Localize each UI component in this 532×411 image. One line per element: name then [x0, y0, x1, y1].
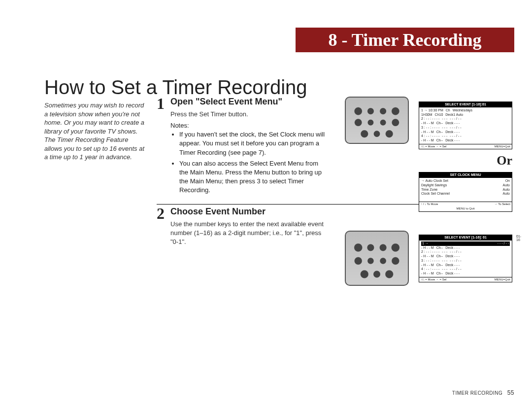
- cell: - - - / - -: [450, 267, 461, 272]
- screen-header: SET CLOCK MENU: [419, 172, 512, 178]
- cell: Ch--: [436, 272, 443, 276]
- remote-2-holder: [345, 231, 409, 289]
- screen-footer2: MENU to Quit: [419, 206, 512, 211]
- footer-section: TIMER RECORDING: [452, 390, 503, 396]
- screens-step2: 01-16 SELECT EVENT [1-16]: 01 1 →- - - /…: [419, 235, 512, 284]
- cell: - - -: [442, 259, 447, 263]
- cell: Ch--: [436, 138, 443, 143]
- screen-set-clock: SET CLOCK MENU → Auto Clock SetOn Daylig…: [419, 172, 512, 212]
- cell: - - -: [442, 267, 447, 272]
- screen-footer: ↑/↓ = Move → = Sel MENU=Quit: [419, 277, 512, 282]
- footer-center: MENU to Quit: [456, 207, 474, 211]
- cell: 3 : - - : - - - -: [421, 259, 439, 263]
- cell: Auto: [503, 183, 510, 188]
- notes-list: If you haven't set the clock, the Set Cl…: [170, 130, 328, 195]
- cell: - H - - M: [421, 130, 434, 135]
- cell: - H - - M: [421, 254, 434, 259]
- notes-label: Notes:: [170, 122, 328, 129]
- screen-header: SELECT EVENT [1-16]:01: [419, 102, 512, 107]
- screen-footer: ↑ / ↓ To Move → To Select: [419, 202, 512, 207]
- cell: - H - - M: [421, 263, 434, 268]
- step-title: Choose Event Number: [170, 206, 328, 217]
- cell: Auto: [503, 192, 510, 196]
- step-number: 1: [157, 96, 170, 111]
- cell: 2 : - - : - - - -: [421, 250, 439, 254]
- cell: Ch10: [435, 113, 443, 117]
- remote-illustration: [345, 97, 409, 144]
- cell: Ch: [446, 108, 450, 113]
- cell: On: [505, 179, 510, 183]
- page-title: How to Set a Timer Recording: [44, 76, 514, 99]
- cell: - - - / - -: [450, 126, 461, 130]
- cell: - - -: [442, 117, 447, 121]
- footer-right: → To Select: [495, 203, 510, 206]
- cell: - - - / - -: [450, 259, 461, 263]
- cell: Auto: [503, 188, 510, 192]
- cell: - - - / - -: [450, 134, 461, 138]
- note-item: If you haven't set the clock, the Set Cl…: [179, 130, 328, 157]
- cell: - H - - M: [421, 246, 434, 250]
- screen-select-event: SELECT EVENT [1-16]:01 1 → 10:30 PMChWed…: [419, 102, 512, 149]
- cell: 1H30M: [421, 113, 432, 117]
- step-text: Press the Set Timer button.: [170, 110, 328, 119]
- step-number: 2: [157, 206, 170, 221]
- steps-column: 1 Open "Select Event Menu" Press the Set…: [157, 97, 328, 256]
- date-label: 01-16: [516, 235, 521, 241]
- cell: - - - / - -: [450, 250, 461, 254]
- intro-text: Sometimes you may wish to record a telev…: [44, 101, 148, 162]
- cell: Ch--: [436, 254, 443, 259]
- or-label: Or: [419, 153, 512, 168]
- footer-right: MENU=Quit: [495, 278, 510, 282]
- cell: Ch--: [436, 246, 443, 250]
- cell: Ch--: [436, 130, 443, 135]
- screen-footer: ↑/↓ = Move → = Sel MENU=Quit: [419, 144, 512, 149]
- footer-right: MENU=Quit: [495, 145, 510, 149]
- cell: Deck - - -: [445, 138, 460, 143]
- cell: 3 : - - : - - - -: [421, 126, 439, 130]
- page-number: 55: [507, 389, 514, 396]
- cell: 4 : - - : - - - -: [421, 134, 439, 138]
- cell: 4 : - - : - - - -: [421, 267, 439, 272]
- cell: - H - - M: [421, 121, 434, 126]
- page-footer: TIMER RECORDING 55: [452, 389, 514, 396]
- remote-illustration: [345, 231, 409, 286]
- cell: Clock Set Channel: [421, 192, 450, 196]
- cell: Deck - - -: [445, 272, 460, 276]
- cell: - - -: [442, 126, 447, 130]
- cell: - - - / - -: [450, 117, 461, 121]
- cell: Deck - - -: [445, 263, 460, 268]
- cell: Deck1 Auto: [445, 113, 463, 117]
- cell: → Auto Clock Set: [421, 179, 448, 183]
- cell: - - -: [442, 134, 447, 138]
- cell: - - -: [442, 250, 447, 254]
- cell: Deck - - -: [445, 254, 460, 259]
- step-2: 2 Choose Event Number Use the number key…: [157, 206, 328, 250]
- cell: Deck - - -: [445, 130, 460, 135]
- right-column: SELECT EVENT [1-16]:01 1 → 10:30 PMChWed…: [345, 97, 515, 147]
- footer-left: ↑ / ↓ To Move: [421, 203, 438, 206]
- step-1: 1 Open "Select Event Menu" Press the Set…: [157, 97, 328, 197]
- cell: Deck - - -: [445, 246, 460, 250]
- cell: Daylight Savings: [421, 183, 447, 188]
- cell: 1 →: [422, 241, 429, 246]
- cell: [431, 241, 495, 246]
- screen-select-event-2: SELECT EVENT [1-16]: 01 1 →- - - / - - -…: [419, 235, 512, 282]
- cell: 2 : - - : - - - -: [421, 117, 439, 121]
- step-body: Choose Event Number Use the number keys …: [170, 206, 328, 250]
- cell: Wednesdays: [453, 108, 472, 113]
- cell: Deck - - -: [445, 121, 460, 126]
- cell: Ch--: [436, 121, 443, 126]
- cell: Time Zone: [421, 188, 437, 192]
- cell: Ch--: [436, 263, 443, 268]
- cell: - H - - M: [421, 272, 434, 276]
- screen-header: SELECT EVENT [1-16]: 01: [419, 235, 512, 240]
- footer-left: ↑/↓ = Move → = Sel: [421, 145, 446, 149]
- cell: - - - / - -: [498, 241, 509, 246]
- manual-page: 8 - Timer Recording How to Set a Timer R…: [0, 0, 532, 411]
- footer-left: ↑/↓ = Move → = Sel: [421, 278, 446, 282]
- chapter-tab: 8 - Timer Recording: [296, 28, 514, 52]
- step-title: Open "Select Event Menu": [170, 97, 328, 107]
- screens-step1: SELECT EVENT [1-16]:01 1 → 10:30 PMChWed…: [419, 102, 512, 214]
- cell: - H - - M: [421, 138, 434, 143]
- cell: 1 → 10:30 PM: [421, 108, 443, 113]
